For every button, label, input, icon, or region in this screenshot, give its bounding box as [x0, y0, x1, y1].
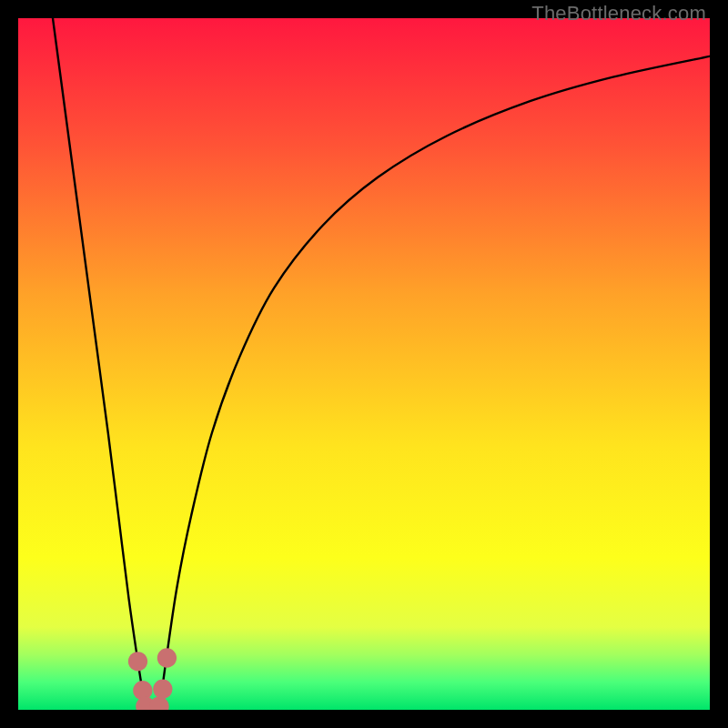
gradient-background: [18, 18, 710, 710]
data-marker: [128, 652, 147, 671]
watermark-text: TheBottleneck.com: [531, 2, 706, 25]
data-marker: [153, 680, 172, 699]
plot-area: [18, 18, 710, 710]
outer-black-frame: TheBottleneck.com: [0, 0, 728, 728]
chart-svg: [18, 18, 710, 710]
data-marker: [157, 648, 177, 667]
